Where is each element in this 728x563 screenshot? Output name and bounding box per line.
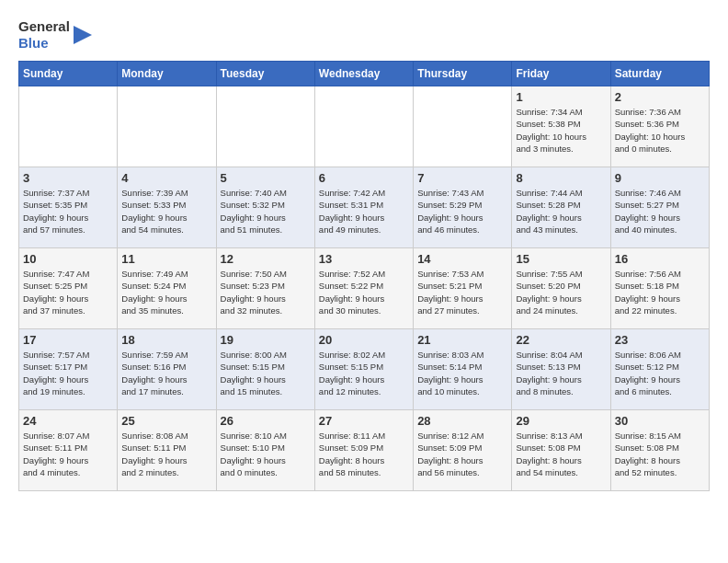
day-info: Sunrise: 8:15 AM Sunset: 5:08 PM Dayligh… [615,430,705,478]
day-info: Sunrise: 8:13 AM Sunset: 5:08 PM Dayligh… [516,430,606,478]
day-number: 18 [121,333,211,347]
day-info: Sunrise: 8:04 AM Sunset: 5:13 PM Dayligh… [516,349,606,397]
day-info: Sunrise: 7:42 AM Sunset: 5:31 PM Dayligh… [319,187,409,236]
day-number: 1 [516,90,606,104]
day-number: 16 [615,252,705,266]
calendar-cell: 14Sunrise: 7:53 AM Sunset: 5:21 PM Dayli… [414,248,512,329]
calendar-cell: 29Sunrise: 8:13 AM Sunset: 5:08 PM Dayli… [512,410,610,491]
day-number: 10 [23,252,113,266]
calendar-cell: 22Sunrise: 8:04 AM Sunset: 5:13 PM Dayli… [512,329,610,410]
day-number: 13 [319,252,409,266]
day-info: Sunrise: 8:02 AM Sunset: 5:15 PM Dayligh… [319,349,409,397]
day-number: 22 [516,333,606,347]
day-info: Sunrise: 7:40 AM Sunset: 5:32 PM Dayligh… [221,187,311,236]
svg-marker-0 [74,26,92,44]
logo-text: GeneralBlue [18,18,70,52]
calendar-cell: 19Sunrise: 8:00 AM Sunset: 5:15 PM Dayli… [216,329,314,410]
calendar-cell [414,86,512,167]
calendar-cell: 16Sunrise: 7:56 AM Sunset: 5:18 PM Dayli… [610,248,709,329]
day-info: Sunrise: 8:06 AM Sunset: 5:12 PM Dayligh… [615,349,705,397]
day-number: 20 [319,333,409,347]
day-header-saturday: Saturday [610,62,709,86]
calendar-cell: 6Sunrise: 7:42 AM Sunset: 5:31 PM Daylig… [314,167,413,248]
day-info: Sunrise: 8:11 AM Sunset: 5:09 PM Dayligh… [319,430,409,478]
day-number: 17 [23,333,113,347]
day-header-tuesday: Tuesday [216,62,314,86]
day-number: 19 [221,333,311,347]
day-number: 12 [221,252,311,266]
day-number: 21 [417,333,507,347]
calendar-cell [216,86,314,167]
day-number: 23 [615,333,705,347]
day-info: Sunrise: 7:44 AM Sunset: 5:28 PM Dayligh… [516,187,606,236]
calendar-cell: 23Sunrise: 8:06 AM Sunset: 5:12 PM Dayli… [610,329,709,410]
calendar-cell: 21Sunrise: 8:03 AM Sunset: 5:14 PM Dayli… [414,329,512,410]
day-number: 28 [417,414,507,428]
calendar-cell [314,86,413,167]
calendar-cell: 18Sunrise: 7:59 AM Sunset: 5:16 PM Dayli… [118,329,216,410]
day-info: Sunrise: 7:55 AM Sunset: 5:20 PM Dayligh… [516,268,606,316]
day-number: 15 [516,252,606,266]
day-number: 25 [121,414,211,428]
calendar-table: SundayMondayTuesdayWednesdayThursdayFrid… [18,61,710,491]
day-info: Sunrise: 7:43 AM Sunset: 5:29 PM Dayligh… [417,187,507,236]
day-info: Sunrise: 7:53 AM Sunset: 5:21 PM Dayligh… [417,268,507,316]
day-number: 27 [319,414,409,428]
day-number: 26 [221,414,311,428]
calendar-cell [118,86,216,167]
day-number: 3 [23,171,113,185]
calendar-cell: 28Sunrise: 8:12 AM Sunset: 5:09 PM Dayli… [414,410,512,491]
calendar-cell: 8Sunrise: 7:44 AM Sunset: 5:28 PM Daylig… [512,167,610,248]
day-header-thursday: Thursday [414,62,512,86]
calendar-cell: 5Sunrise: 7:40 AM Sunset: 5:32 PM Daylig… [216,167,314,248]
day-info: Sunrise: 7:39 AM Sunset: 5:33 PM Dayligh… [121,187,211,236]
calendar-cell: 10Sunrise: 7:47 AM Sunset: 5:25 PM Dayli… [19,248,118,329]
day-number: 2 [615,90,705,104]
calendar-cell [19,86,118,167]
day-number: 7 [417,171,507,185]
day-number: 5 [221,171,311,185]
calendar-cell: 4Sunrise: 7:39 AM Sunset: 5:33 PM Daylig… [118,167,216,248]
day-info: Sunrise: 8:10 AM Sunset: 5:10 PM Dayligh… [221,430,311,478]
day-info: Sunrise: 8:07 AM Sunset: 5:11 PM Dayligh… [23,430,113,478]
calendar-cell: 20Sunrise: 8:02 AM Sunset: 5:15 PM Dayli… [314,329,413,410]
day-number: 14 [417,252,507,266]
day-info: Sunrise: 7:37 AM Sunset: 5:35 PM Dayligh… [23,187,113,236]
calendar-cell: 7Sunrise: 7:43 AM Sunset: 5:29 PM Daylig… [414,167,512,248]
day-info: Sunrise: 8:08 AM Sunset: 5:11 PM Dayligh… [121,430,211,478]
calendar-cell: 17Sunrise: 7:57 AM Sunset: 5:17 PM Dayli… [19,329,118,410]
day-number: 24 [23,414,113,428]
day-header-monday: Monday [118,62,216,86]
calendar-cell: 25Sunrise: 8:08 AM Sunset: 5:11 PM Dayli… [118,410,216,491]
day-header-wednesday: Wednesday [314,62,413,86]
day-info: Sunrise: 8:12 AM Sunset: 5:09 PM Dayligh… [417,430,507,478]
day-number: 29 [516,414,606,428]
calendar-cell: 9Sunrise: 7:46 AM Sunset: 5:27 PM Daylig… [610,167,709,248]
day-info: Sunrise: 7:46 AM Sunset: 5:27 PM Dayligh… [615,187,705,236]
calendar-cell: 27Sunrise: 8:11 AM Sunset: 5:09 PM Dayli… [314,410,413,491]
day-info: Sunrise: 8:03 AM Sunset: 5:14 PM Dayligh… [417,349,507,397]
day-number: 8 [516,171,606,185]
day-info: Sunrise: 7:49 AM Sunset: 5:24 PM Dayligh… [121,268,211,316]
day-number: 30 [615,414,705,428]
day-info: Sunrise: 7:59 AM Sunset: 5:16 PM Dayligh… [121,349,211,397]
calendar-cell: 15Sunrise: 7:55 AM Sunset: 5:20 PM Dayli… [512,248,610,329]
day-number: 6 [319,171,409,185]
logo: GeneralBlue [18,18,92,52]
day-info: Sunrise: 7:57 AM Sunset: 5:17 PM Dayligh… [23,349,113,397]
day-info: Sunrise: 7:50 AM Sunset: 5:23 PM Dayligh… [221,268,311,316]
day-info: Sunrise: 7:36 AM Sunset: 5:36 PM Dayligh… [615,106,705,155]
day-info: Sunrise: 7:56 AM Sunset: 5:18 PM Dayligh… [615,268,705,316]
page-header: GeneralBlue [18,18,710,52]
calendar-cell: 11Sunrise: 7:49 AM Sunset: 5:24 PM Dayli… [118,248,216,329]
day-number: 9 [615,171,705,185]
day-number: 11 [121,252,211,266]
calendar-cell: 26Sunrise: 8:10 AM Sunset: 5:10 PM Dayli… [216,410,314,491]
calendar-cell: 30Sunrise: 8:15 AM Sunset: 5:08 PM Dayli… [610,410,709,491]
day-info: Sunrise: 7:34 AM Sunset: 5:38 PM Dayligh… [516,106,606,155]
calendar-cell: 2Sunrise: 7:36 AM Sunset: 5:36 PM Daylig… [610,86,709,167]
calendar-cell: 24Sunrise: 8:07 AM Sunset: 5:11 PM Dayli… [19,410,118,491]
day-info: Sunrise: 8:00 AM Sunset: 5:15 PM Dayligh… [221,349,311,397]
day-header-sunday: Sunday [19,62,118,86]
day-header-friday: Friday [512,62,610,86]
